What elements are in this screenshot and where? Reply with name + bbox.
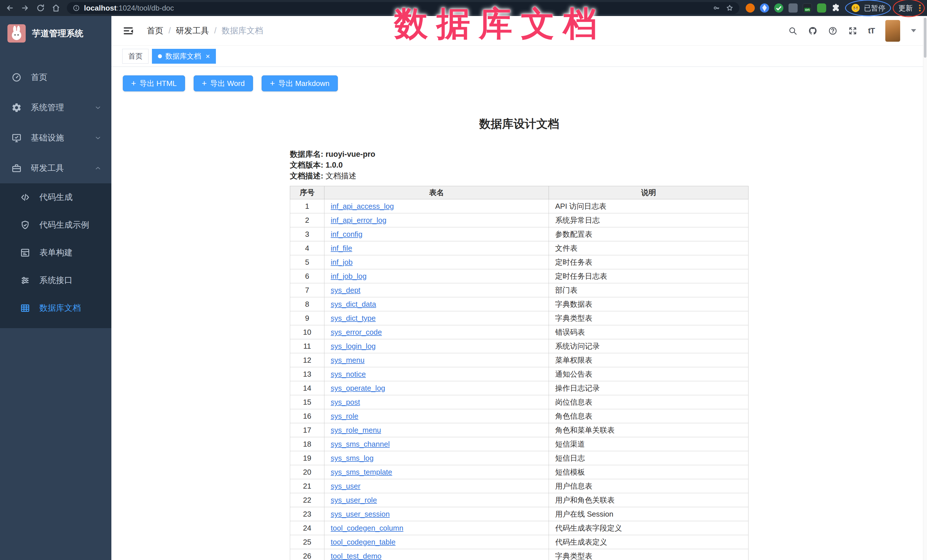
user-avatar[interactable] [885, 20, 900, 42]
chevron-down-icon[interactable] [911, 29, 916, 32]
sidebar-item-label: 首页 [31, 72, 47, 83]
sidebar-item-dev-tools[interactable]: 研发工具 [0, 153, 111, 183]
extension-pin-icon[interactable] [760, 3, 769, 12]
table-desc-cell: 代码生成表字段定义 [549, 521, 749, 535]
table-name-cell: sys_role [324, 409, 549, 423]
page-scrollbar[interactable] [923, 16, 927, 560]
table-link[interactable]: sys_post [331, 398, 360, 406]
extension-orange-icon[interactable] [746, 3, 755, 12]
export-html-button[interactable]: +导出 HTML [123, 75, 185, 91]
browser-toolbar: localhost:1024/tool/db-doc on 已暂停 更新 [0, 0, 927, 16]
table-link[interactable]: sys_sms_template [331, 468, 392, 477]
table-link[interactable]: sys_notice [331, 370, 366, 378]
password-key-icon[interactable] [713, 4, 720, 12]
table-link[interactable]: sys_role_menu [331, 426, 381, 434]
browser-menu-icon[interactable] [918, 3, 922, 12]
export-word-button[interactable]: +导出 Word [194, 75, 253, 91]
bookmark-star-icon[interactable] [726, 4, 734, 12]
table-link[interactable]: inf_api_error_log [331, 216, 386, 225]
table-link[interactable]: sys_dict_data [331, 300, 376, 308]
tables-overview-table: 序号表名说明 1inf_api_access_logAPI 访问日志表2inf_… [290, 186, 749, 560]
sidebar-item-home[interactable]: 首页 [0, 62, 111, 93]
row-index-cell: 14 [290, 381, 324, 395]
table-link[interactable]: sys_user [331, 482, 360, 490]
row-index-cell: 2 [290, 213, 324, 227]
table-row: 4inf_file文件表 [290, 241, 749, 255]
breadcrumb-item[interactable]: 研发工具 [176, 25, 209, 36]
table-header-row: 序号表名说明 [290, 186, 749, 199]
table-link[interactable]: sys_sms_log [331, 454, 374, 462]
browser-home-icon[interactable] [52, 3, 61, 12]
monitor-icon [11, 133, 22, 143]
sidebar-item-db-doc[interactable]: 数据库文档 [0, 294, 111, 322]
search-icon[interactable] [788, 26, 797, 35]
browser-reload-icon[interactable] [36, 3, 45, 12]
table-row: 11sys_login_log系统访问记录 [290, 339, 749, 353]
table-link[interactable]: inf_file [331, 244, 352, 252]
table-row: 26tool_test_demo字典类型表 [290, 549, 749, 560]
table-link[interactable]: sys_error_code [331, 328, 382, 336]
sidebar-item-codegen[interactable]: 代码生成 [0, 183, 111, 211]
table-link[interactable]: inf_api_access_log [331, 202, 394, 211]
tab-close-icon[interactable]: × [206, 53, 210, 60]
table-link[interactable]: tool_codegen_column [331, 524, 403, 532]
breadcrumb-item[interactable]: 首页 [147, 25, 163, 36]
sidebar-item-system[interactable]: 系统管理 [0, 93, 111, 123]
table-link[interactable]: sys_login_log [331, 342, 376, 351]
table-row: 2inf_api_error_log系统异常日志 [290, 213, 749, 227]
extension-grid-icon[interactable] [789, 3, 798, 12]
sidebar-item-label: 数据库文档 [40, 302, 81, 314]
browser-back-icon[interactable] [5, 3, 14, 12]
table-link[interactable]: sys_user_session [331, 510, 390, 518]
tab-label: 首页 [128, 52, 143, 61]
browser-address-bar[interactable]: localhost:1024/tool/db-doc [67, 2, 739, 14]
table-link[interactable]: inf_job [331, 258, 353, 266]
table-link[interactable]: sys_sms_channel [331, 440, 390, 448]
github-icon[interactable] [808, 26, 818, 35]
browser-profile-chip[interactable]: 已暂停 [847, 2, 889, 14]
gear-icon [11, 103, 22, 113]
scrollbar-thumb[interactable] [924, 18, 926, 58]
font-size-icon[interactable]: tT [868, 26, 874, 35]
sidebar-item-form-builder[interactable]: 表单构建 [0, 239, 111, 266]
fullscreen-icon[interactable] [848, 26, 857, 35]
table-row: 22sys_user_role用户和角色关联表 [290, 493, 749, 507]
table-desc-cell: 系统访问记录 [549, 339, 749, 353]
browser-update-button[interactable]: 更新 [896, 2, 916, 15]
sidebar-item-label: 系统管理 [31, 102, 64, 113]
table-link[interactable]: sys_operate_log [331, 384, 385, 392]
table-link[interactable]: tool_test_demo [331, 552, 381, 560]
table-name-cell: sys_error_code [324, 325, 549, 339]
app-logo-row[interactable]: 芋道管理系统 [0, 16, 111, 51]
table-link[interactable]: sys_menu [331, 356, 365, 364]
tab-db-doc[interactable]: 数据库文档× [152, 49, 216, 64]
sidebar-collapse-icon[interactable] [122, 25, 134, 37]
sync-paused-annotation-circle: 已暂停 [847, 2, 889, 14]
table-link[interactable]: sys_user_role [331, 496, 377, 504]
extension-puzzle-icon[interactable] [831, 3, 840, 12]
table-link[interactable]: tool_codegen_table [331, 538, 395, 546]
sidebar-item-infra[interactable]: 基础设施 [0, 123, 111, 153]
extension-check-icon[interactable] [774, 3, 783, 12]
extension-green-icon[interactable] [817, 3, 826, 12]
table-link[interactable]: sys_dict_type [331, 314, 376, 322]
table-link[interactable]: sys_role [331, 412, 359, 420]
table-desc-cell: 短信渠道 [549, 437, 749, 451]
export-markdown-button[interactable]: +导出 Markdown [261, 75, 338, 91]
extension-on-badge-icon[interactable]: on [803, 3, 812, 12]
sidebar-item-codegen-example[interactable]: 代码生成示例 [0, 211, 111, 239]
site-info-icon[interactable] [73, 4, 80, 12]
table-link[interactable]: inf_config [331, 230, 362, 238]
help-icon[interactable] [828, 26, 837, 35]
table-name-cell: sys_login_log [324, 339, 549, 353]
table-name-cell: sys_user_role [324, 493, 549, 507]
browser-forward-icon[interactable] [21, 3, 30, 12]
table-row: 10sys_error_code错误码表 [290, 325, 749, 339]
table-row: 5inf_job定时任务表 [290, 255, 749, 269]
sidebar-item-system-api[interactable]: 系统接口 [0, 266, 111, 294]
table-desc-cell: 字典类型表 [549, 549, 749, 560]
table-link[interactable]: sys_dept [331, 286, 360, 294]
table-link[interactable]: inf_job_log [331, 272, 367, 281]
document-title: 数据库设计文档 [111, 116, 927, 132]
tab-home[interactable]: 首页 [122, 49, 149, 64]
